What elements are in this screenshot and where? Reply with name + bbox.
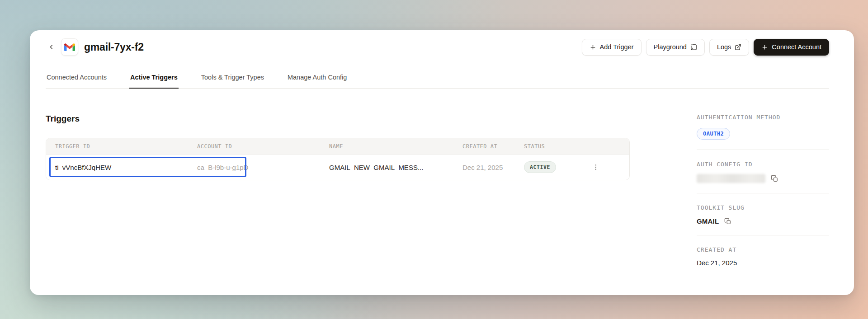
table-header-row: TRIGGER ID ACCOUNT ID NAME CREATED AT ST… xyxy=(46,138,629,154)
back-chevron-icon[interactable] xyxy=(46,41,57,53)
connect-account-button[interactable]: Connect Account xyxy=(754,39,829,56)
app-card: gmail-7yx-f2 Add Trigger Playground Logs xyxy=(30,30,854,295)
column-header-name: NAME xyxy=(320,143,453,150)
triggers-heading: Triggers xyxy=(46,114,630,124)
created-at-cell: Dec 21, 2025 xyxy=(453,164,515,171)
plus-icon xyxy=(761,44,768,51)
external-link-icon xyxy=(735,44,741,51)
details-sidebar: AUTHENTICATION METHOD OAUTH2 AUTH CONFIG… xyxy=(697,114,829,267)
add-trigger-label: Add Trigger xyxy=(600,43,634,51)
playground-icon xyxy=(690,44,697,51)
kebab-menu-icon[interactable] xyxy=(580,164,629,171)
playground-button[interactable]: Playground xyxy=(646,39,705,56)
column-header-account-id: ACCOUNT ID xyxy=(188,143,320,150)
status-badge: ACTIVE xyxy=(524,161,556,173)
table-row[interactable]: ti_vVncBfXJqHEW ca_B-l9b-u-g1pD GMAIL_NE… xyxy=(46,154,629,180)
logs-button[interactable]: Logs xyxy=(709,39,749,56)
toolkit-slug-label: TOOLKIT SLUG xyxy=(697,204,829,211)
trigger-name-cell: GMAIL_NEW_GMAIL_MESS... xyxy=(320,164,453,171)
page-title: gmail-7yx-f2 xyxy=(84,41,144,53)
divider xyxy=(697,235,829,235)
divider xyxy=(697,150,829,150)
tab-active-triggers[interactable]: Active Triggers xyxy=(129,70,179,89)
created-at-label: CREATED AT xyxy=(697,246,829,253)
auth-config-id-redacted-value xyxy=(697,174,765,183)
playground-label: Playground xyxy=(654,43,687,51)
trigger-id-cell: ti_vVncBfXJqHEW xyxy=(46,164,188,171)
page-header: gmail-7yx-f2 Add Trigger Playground Logs xyxy=(46,38,829,56)
connect-account-label: Connect Account xyxy=(772,43,821,51)
gmail-logo-icon xyxy=(61,38,78,56)
toolkit-slug-value: GMAIL xyxy=(697,217,719,225)
triggers-panel: Triggers TRIGGER ID ACCOUNT ID NAME CREA… xyxy=(46,114,630,267)
plus-icon xyxy=(590,44,596,51)
add-trigger-button[interactable]: Add Trigger xyxy=(582,39,642,56)
created-at-value: Dec 21, 2025 xyxy=(697,259,829,267)
logs-label: Logs xyxy=(717,43,731,51)
oauth2-badge: OAUTH2 xyxy=(697,128,730,140)
tab-manage-auth-config[interactable]: Manage Auth Config xyxy=(287,70,348,88)
tab-connected-accounts[interactable]: Connected Accounts xyxy=(46,70,108,88)
authentication-method-label: AUTHENTICATION METHOD xyxy=(697,114,829,121)
column-header-created-at: CREATED AT xyxy=(453,143,515,150)
account-id-cell: ca_B-l9b-u-g1pD xyxy=(188,164,320,171)
triggers-table: TRIGGER ID ACCOUNT ID NAME CREATED AT ST… xyxy=(46,138,630,180)
tab-bar: Connected Accounts Active Triggers Tools… xyxy=(46,70,829,89)
auth-config-id-label: AUTH CONFIG ID xyxy=(697,161,829,168)
copy-icon[interactable] xyxy=(771,175,778,183)
column-header-trigger-id: TRIGGER ID xyxy=(46,143,188,150)
copy-icon[interactable] xyxy=(724,218,731,225)
column-header-status: STATUS xyxy=(515,143,580,150)
tab-tools-trigger-types[interactable]: Tools & Trigger Types xyxy=(200,70,265,88)
divider xyxy=(697,193,829,193)
